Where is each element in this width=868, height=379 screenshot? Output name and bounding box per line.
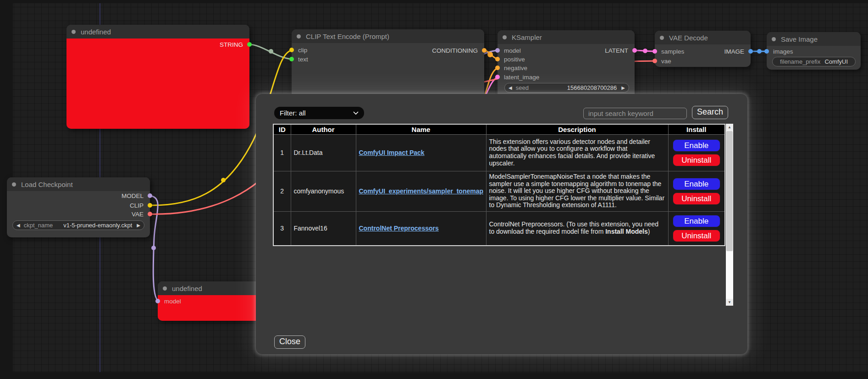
enable-button[interactable]: Enable (673, 215, 720, 227)
ext-id: 1 (273, 134, 291, 171)
close-button[interactable]: Close (274, 335, 305, 349)
output-slot-string[interactable] (247, 42, 252, 47)
output-slot-image[interactable] (748, 49, 753, 54)
input-label-model: model (164, 298, 181, 305)
ext-id: 2 (273, 171, 291, 211)
input-slot-images[interactable] (764, 49, 769, 54)
output-label-image: IMAGE (724, 48, 744, 55)
uninstall-button[interactable]: Uninstall (673, 154, 720, 166)
col-header-install: Install (668, 124, 725, 134)
ext-author: Dr.Lt.Data (291, 134, 356, 171)
ext-name-link[interactable]: ComfyUI_experiments/sampler_tonemap (359, 187, 484, 195)
scroll-up-icon[interactable]: ▲ (726, 124, 733, 131)
node-clip-text-encode[interactable]: CLIP Text Encode (Prompt) clip text COND… (292, 29, 484, 103)
decrement-arrow-icon[interactable]: ◀ (17, 223, 20, 228)
node-title-bar[interactable]: CLIP Text Encode (Prompt) (292, 29, 484, 43)
ckpt-name-widget[interactable]: ◀ ckpt_name v1-5-pruned-emaonly.ckpt ▶ (12, 220, 144, 230)
extension-row: 2 comfyanonymous ComfyUI_experiments/sam… (273, 171, 725, 211)
increment-arrow-icon[interactable]: ▶ (137, 223, 140, 228)
widget-value: v1-5-pruned-emaonly.ckpt (63, 222, 132, 229)
collapse-dot[interactable] (297, 34, 301, 38)
node-title: undefined (81, 28, 111, 36)
ext-description: This extension offers various detector n… (486, 134, 668, 171)
enable-button[interactable]: Enable (673, 178, 720, 190)
node-title: undefined (172, 285, 202, 292)
output-label-string: STRING (220, 41, 243, 48)
node-title: KSampler (512, 33, 542, 41)
output-slot-clip[interactable] (148, 203, 152, 208)
filter-select[interactable]: Filter: all (274, 107, 364, 119)
output-slot-latent[interactable] (632, 48, 637, 53)
input-slot-positive[interactable] (495, 57, 500, 61)
collapse-dot[interactable] (503, 35, 507, 39)
input-slot-negative[interactable] (495, 66, 500, 70)
increment-arrow-icon[interactable]: ▶ (621, 85, 625, 90)
input-slot-text[interactable] (289, 57, 294, 61)
node-title-bar[interactable]: VAE Decode (655, 31, 751, 44)
node-title-bar[interactable]: KSampler (498, 30, 635, 44)
uninstall-button[interactable]: Uninstall (673, 230, 720, 242)
node-title: Save Image (781, 35, 818, 43)
node-title: CLIP Text Encode (Prompt) (306, 33, 389, 40)
link-dot (269, 49, 273, 54)
node-ksampler[interactable]: KSampler model positive negative latent_… (498, 30, 635, 104)
link-dot (487, 52, 493, 57)
input-slot-vae[interactable] (652, 59, 657, 63)
collapse-dot[interactable] (772, 37, 776, 41)
node-title-bar[interactable]: Load Checkpoint (7, 177, 150, 191)
collapse-dot[interactable] (660, 36, 664, 40)
collapse-dot[interactable] (72, 30, 76, 34)
decrement-arrow-icon[interactable]: ◀ (509, 85, 512, 90)
output-label-clip: CLIP (130, 202, 144, 209)
input-label-negative: negative (504, 65, 527, 71)
output-label-model: MODEL (122, 192, 144, 199)
ext-author: comfyanonymous (291, 171, 356, 211)
link-dot (221, 178, 226, 182)
input-label-positive: positive (504, 56, 525, 63)
search-button[interactable]: Search (692, 106, 728, 119)
extension-row: 3 Fannovel16 ControlNet Preprocessors Co… (273, 211, 725, 246)
widget-label: ckpt_name (24, 222, 53, 229)
widget-value: ComfyUI (824, 58, 848, 65)
ext-id: 3 (273, 211, 291, 246)
col-header-description: Description (486, 124, 668, 134)
node-load-checkpoint[interactable]: Load Checkpoint MODEL CLIP VAE ◀ ckpt_na… (7, 177, 150, 237)
link-dot (757, 49, 762, 54)
enable-button[interactable]: Enable (673, 139, 720, 152)
ext-description: ControlNet Preprocessors. (To use this e… (486, 211, 668, 246)
output-slot-vae[interactable] (148, 212, 152, 216)
scrollbar-thumb[interactable] (726, 131, 733, 251)
widget-label: seed (516, 84, 529, 91)
table-header-row: ID Author Name Description Install (273, 124, 725, 134)
node-undefined-top[interactable]: undefined STRING (66, 25, 249, 129)
scroll-down-icon[interactable]: ▼ (726, 299, 733, 306)
node-title-bar[interactable]: Save Image (767, 32, 861, 46)
seed-widget[interactable]: ◀ seed 156680208700286 ▶ (504, 83, 629, 93)
output-slot-model[interactable] (148, 193, 152, 198)
node-vae-decode[interactable]: VAE Decode samples vae IMAGE (655, 31, 751, 67)
comfyui-canvas[interactable]: undefined STRING CLIP Text Encode (Promp… (0, 0, 868, 379)
extension-row: 1 Dr.Lt.Data ComfyUI Impact Pack This ex… (273, 134, 725, 171)
input-label-images: images (773, 48, 793, 55)
collapse-dot[interactable] (163, 286, 167, 291)
input-label-latent-image: latent_image (504, 74, 539, 81)
output-slot-conditioning[interactable] (482, 48, 487, 53)
filename-prefix-widget[interactable]: filename_prefix ComfyUI (772, 57, 856, 66)
output-label-latent: LATENT (605, 47, 628, 54)
col-header-author: Author (291, 124, 356, 134)
node-save-image[interactable]: Save Image images filename_prefix ComfyU… (767, 32, 861, 70)
output-label-vae: VAE (132, 211, 144, 218)
input-slot-model[interactable] (155, 299, 160, 303)
collapse-dot[interactable] (12, 182, 16, 187)
input-slot-latent-image[interactable] (495, 75, 500, 79)
extension-manager-dialog: Filter: all Search ID Author Name Descri… (256, 94, 747, 354)
uninstall-button[interactable]: Uninstall (673, 192, 720, 205)
node-title-bar[interactable]: undefined (66, 25, 249, 38)
input-label-text: text (298, 56, 308, 63)
ext-name-link[interactable]: ControlNet Preprocessors (359, 225, 439, 232)
node-title: VAE Decode (669, 34, 708, 42)
ext-name-link[interactable]: ComfyUI Impact Pack (359, 149, 425, 156)
ext-description: ModelSamplerTonemapNoiseTest a node that… (486, 171, 668, 211)
table-scrollbar[interactable]: ▲ ▼ (726, 124, 733, 306)
search-input[interactable] (583, 108, 687, 119)
